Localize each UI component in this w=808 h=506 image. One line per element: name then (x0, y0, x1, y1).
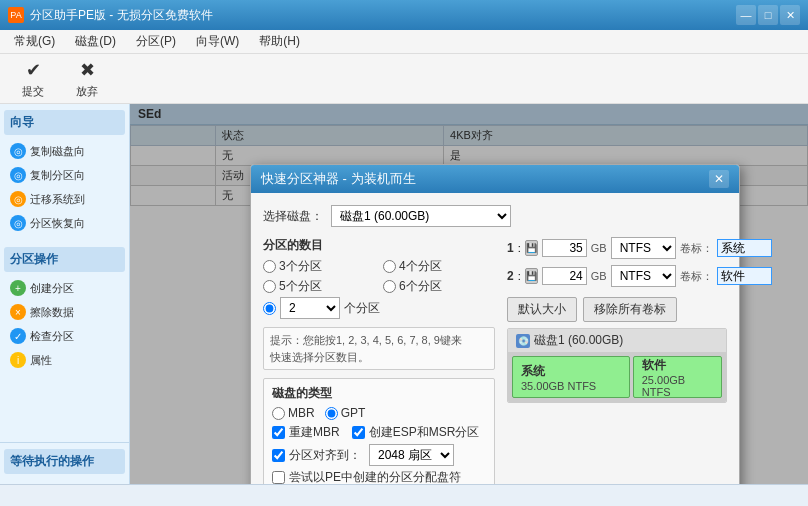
modal-title-bar: 快速分区神器 - 为装机而生 ✕ (251, 165, 739, 193)
recover-icon: ◎ (10, 215, 26, 231)
align-row: 分区对齐到： 512 扇区1024 扇区2048 扇区4096 扇区 (272, 444, 486, 466)
radio-5[interactable]: 5个分区 (263, 278, 375, 295)
preview-partition-1: 系统 35.00GB NTFS (512, 356, 630, 398)
gpt-radio-input[interactable] (325, 407, 338, 420)
radio-3[interactable]: 3个分区 (263, 258, 375, 275)
modal-body: 选择磁盘： 磁盘1 (60.00GB) 分区的数目 (251, 193, 739, 484)
menu-wizard[interactable]: 向导(W) (186, 31, 249, 52)
preview-disk-bar: 系统 35.00GB NTFS 软件 25.00GB NTFS (508, 352, 726, 402)
partition-num-1: 1 (507, 241, 514, 255)
radio-custom-input[interactable] (263, 302, 276, 315)
sidebar-item-copy-partition[interactable]: ◎ 复制分区向 (4, 163, 125, 187)
radio-3-input[interactable] (263, 260, 276, 273)
radio-4[interactable]: 4个分区 (383, 258, 495, 275)
partition-1-unit: GB (591, 242, 607, 254)
partition-count-title: 分区的数目 (263, 237, 495, 254)
partition-entry-2: 2 : 💾 GB NTFSFAT32 卷标： (507, 265, 727, 287)
partition-count-section: 分区的数目 3个分区 4个分区 (263, 237, 495, 319)
radio-5-input[interactable] (263, 280, 276, 293)
menu-partition[interactable]: 分区(P) (126, 31, 186, 52)
create-icon: + (10, 280, 26, 296)
disk-type-row: MBR GPT (272, 406, 486, 420)
disk-selector-row: 选择磁盘： 磁盘1 (60.00GB) (263, 205, 727, 227)
main-content: 向导 ◎ 复制磁盘向 ◎ 复制分区向 ◎ 迁移系统到 ◎ 分区恢复向 (0, 104, 808, 484)
partition-ops-title: 分区操作 (4, 247, 125, 272)
disk-type-section: 磁盘的类型 MBR GPT (263, 378, 495, 484)
radio-6-input[interactable] (383, 280, 396, 293)
two-col-layout: 分区的数目 3个分区 4个分区 (263, 237, 727, 484)
app-icon: PA (8, 7, 24, 23)
custom-partition-label: 个分区 (344, 300, 380, 317)
quick-partition-dialog: 快速分区神器 - 为装机而生 ✕ 选择磁盘： 磁盘1 (60.00GB) (250, 164, 740, 484)
menu-disk[interactable]: 磁盘(D) (65, 31, 126, 52)
button-row: 默认大小 移除所有卷标 (507, 297, 727, 322)
disk-selector[interactable]: 磁盘1 (60.00GB) (331, 205, 511, 227)
erase-icon: × (10, 304, 26, 320)
hint-text: 提示：您能按1, 2, 3, 4, 5, 6, 7, 8, 9键来快速选择分区数… (263, 327, 495, 370)
partition-1-label-prefix: 卷标： (680, 241, 713, 256)
discard-button[interactable]: ✖ 放弃 (62, 53, 112, 104)
radio-grid: 3个分区 4个分区 5个分区 (263, 258, 495, 295)
partition-1-size[interactable] (542, 239, 587, 257)
preview-partition-2: 软件 25.00GB NTFS (633, 356, 722, 398)
rebuild-mbr-row: 重建MBR 创建ESP和MSR分区 (272, 424, 486, 441)
sidebar-item-recover[interactable]: ◎ 分区恢复向 (4, 211, 125, 235)
maximize-button[interactable]: □ (758, 5, 778, 25)
right-panel: SEd 状态 4KB对齐 无 (130, 104, 808, 484)
partition-1-icon: 💾 (525, 240, 538, 256)
sidebar-item-properties[interactable]: i 属性 (4, 348, 125, 372)
partition-2-icon: 💾 (525, 268, 538, 284)
sidebar: 向导 ◎ 复制磁盘向 ◎ 复制分区向 ◎ 迁移系统到 ◎ 分区恢复向 (0, 104, 130, 484)
partition-2-size[interactable] (542, 267, 587, 285)
align-checkbox[interactable] (272, 449, 285, 462)
menu-help[interactable]: 帮助(H) (249, 31, 310, 52)
submit-icon: ✔ (21, 58, 45, 82)
app-window: PA 分区助手PE版 - 无损分区免费软件 — □ ✕ 常规(G) 磁盘(D) … (0, 0, 808, 506)
waiting-title: 等待执行的操作 (4, 449, 125, 474)
partition-1-fs[interactable]: NTFSFAT32 (611, 237, 676, 259)
disk-type-title: 磁盘的类型 (272, 385, 486, 402)
preview-header: 💿 磁盘1 (60.00GB) (508, 329, 726, 352)
gpt-radio[interactable]: GPT (325, 406, 366, 420)
create-esp-checkbox[interactable] (352, 426, 365, 439)
remove-labels-button[interactable]: 移除所有卷标 (583, 297, 677, 322)
partition-2-fs[interactable]: NTFSFAT32 (611, 265, 676, 287)
right-column: 1 : 💾 GB NTFSFAT32 卷标： (507, 237, 727, 484)
bottom-bar (0, 484, 808, 506)
modal-close-button[interactable]: ✕ (709, 170, 729, 188)
partition-1-label[interactable] (717, 239, 772, 257)
pe-label-row: 尝试以PE中创建的分区分配盘符 (272, 469, 486, 484)
migrate-icon: ◎ (10, 191, 26, 207)
radio-4-input[interactable] (383, 260, 396, 273)
menu-general[interactable]: 常规(G) (4, 31, 65, 52)
sidebar-item-erase[interactable]: × 擦除数据 (4, 300, 125, 324)
pe-label-checkbox[interactable] (272, 471, 285, 484)
align-select[interactable]: 512 扇区1024 扇区2048 扇区4096 扇区 (369, 444, 454, 466)
mbr-radio[interactable]: MBR (272, 406, 315, 420)
mbr-radio-input[interactable] (272, 407, 285, 420)
partition-num-2: 2 (507, 269, 514, 283)
custom-partition-select[interactable]: 2345 (280, 297, 340, 319)
preview-disk-icon: 💿 (516, 334, 530, 348)
sidebar-item-copy-disk[interactable]: ◎ 复制磁盘向 (4, 139, 125, 163)
sidebar-item-check[interactable]: ✓ 检查分区 (4, 324, 125, 348)
radio-custom[interactable] (263, 302, 276, 315)
sidebar-item-migrate[interactable]: ◎ 迁移系统到 (4, 187, 125, 211)
radio-6[interactable]: 6个分区 (383, 278, 495, 295)
submit-button[interactable]: ✔ 提交 (8, 53, 58, 104)
custom-partition-row: 2345 个分区 (263, 297, 495, 319)
toolbar: ✔ 提交 ✖ 放弃 (0, 54, 808, 104)
copy-partition-icon: ◎ (10, 167, 26, 183)
modal-overlay: 快速分区神器 - 为装机而生 ✕ 选择磁盘： 磁盘1 (60.00GB) (130, 104, 808, 484)
default-size-button[interactable]: 默认大小 (507, 297, 577, 322)
partition-2-label[interactable] (717, 267, 772, 285)
waiting-section: 等待执行的操作 (0, 442, 129, 484)
rebuild-mbr-checkbox[interactable] (272, 426, 285, 439)
close-button[interactable]: ✕ (780, 5, 800, 25)
window-controls: — □ ✕ (736, 5, 800, 25)
minimize-button[interactable]: — (736, 5, 756, 25)
disk-selector-label: 选择磁盘： (263, 208, 323, 225)
copy-disk-icon: ◎ (10, 143, 26, 159)
sidebar-item-create[interactable]: + 创建分区 (4, 276, 125, 300)
partition-entry-1: 1 : 💾 GB NTFSFAT32 卷标： (507, 237, 727, 259)
